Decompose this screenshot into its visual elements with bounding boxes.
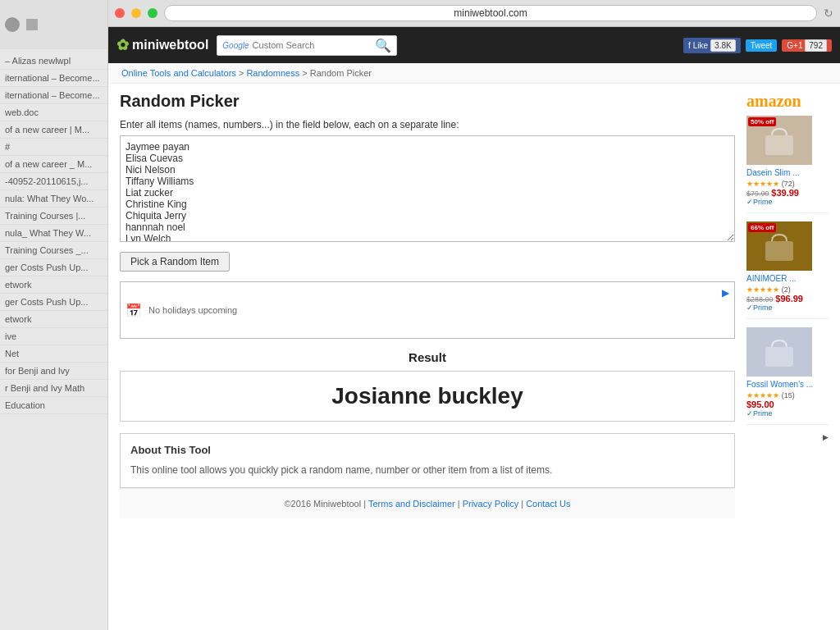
minimize-btn[interactable] — [131, 8, 141, 18]
gplus-count: 792 — [805, 39, 827, 52]
product-image: 66% off — [746, 221, 812, 271]
sidebar-item[interactable]: Training Courses _... — [0, 242, 107, 259]
amazon-sidebar: amazon 50% off Dasein Slim ...★★★★★ (72)… — [746, 92, 829, 622]
names-input[interactable]: Jaymee payan Elisa Cuevas Nici Nelson Ti… — [120, 135, 735, 242]
amazon-products: 50% off Dasein Slim ...★★★★★ (72)$79.99 … — [746, 116, 829, 425]
product-image — [746, 327, 812, 377]
sidebar-item[interactable]: Net — [0, 345, 107, 363]
breadcrumb-sep2: > — [302, 68, 309, 78]
sidebar-item[interactable]: iternational – Become... — [0, 87, 107, 104]
breadcrumb-current: Random Picker — [310, 68, 372, 78]
breadcrumb-link-tools[interactable]: Online Tools and Calculators — [121, 68, 236, 78]
breadcrumb-link-randomness[interactable]: Randomness — [246, 68, 299, 78]
logo-icon: ✿ — [116, 36, 129, 54]
prime-badge: ✓Prime — [746, 304, 829, 312]
calendar-icon: 📅 — [126, 303, 142, 318]
privacy-link[interactable]: Privacy Policy — [463, 499, 518, 509]
product-price: $95.00 — [746, 399, 829, 409]
product-name[interactable]: Fossil Women's ... — [746, 380, 829, 389]
sidebar-item[interactable]: of a new career | M... — [0, 121, 107, 139]
address-bar[interactable]: miniwebtool.com — [164, 5, 817, 21]
terms-link[interactable]: Terms and Disclaimer — [368, 499, 455, 509]
social-buttons: f Like 3.8K Tweet G+1 792 — [683, 38, 832, 53]
fb-label: Like — [693, 41, 708, 50]
close-btn[interactable] — [115, 8, 125, 18]
maximize-btn[interactable] — [148, 8, 158, 18]
facebook-like-button[interactable]: f Like 3.8K — [683, 38, 741, 53]
ad-arrow-icon[interactable]: ▶ — [722, 287, 729, 299]
amazon-product-card[interactable]: Fossil Women's ...★★★★★ (15)$95.00✓Prime — [746, 327, 829, 425]
sidebar-item[interactable]: Education — [0, 397, 107, 414]
sidebar-item[interactable]: r Benji and Ivy Math — [0, 380, 107, 397]
sidebar-item[interactable]: etwork — [0, 311, 107, 328]
product-price: $288.00 $96.99 — [746, 294, 829, 304]
result-label: Result — [120, 350, 735, 364]
sidebar-item[interactable]: # — [0, 139, 107, 156]
product-image: 50% off — [746, 116, 812, 165]
search-input[interactable] — [253, 40, 376, 50]
amazon-ad-indicator: ▶ — [746, 433, 829, 441]
breadcrumb: Online Tools and Calculators > Randomnes… — [108, 63, 840, 84]
sidebar-item[interactable]: nula_ What They W... — [0, 225, 107, 242]
amazon-logo: amazon — [746, 92, 829, 111]
fb-icon: f — [688, 41, 691, 50]
result-value: Josianne buckley — [331, 383, 523, 409]
footer: ©2016 Miniwebtool | Terms and Disclaimer… — [120, 488, 735, 518]
discount-badge: 66% off — [748, 223, 776, 232]
copyright: ©2016 Miniwebtool — [284, 499, 361, 509]
sidebar-item[interactable]: – Alizas newlwpl — [0, 52, 107, 70]
tweet-label: Tweet — [751, 41, 773, 50]
sidebar-item[interactable]: of a new career _ M... — [0, 156, 107, 173]
sidebar-item[interactable]: Training Courses |... — [0, 208, 107, 225]
search-icon[interactable]: 🔍 — [375, 38, 391, 53]
sidebar-item[interactable]: nula: What They Wo... — [0, 190, 107, 208]
sidebar-item[interactable]: for Benji and Ivy — [0, 363, 107, 380]
prime-badge: ✓Prime — [746, 198, 829, 206]
gplus-label: G+1 — [787, 41, 802, 50]
product-name[interactable]: AINIMOER ... — [746, 274, 829, 283]
about-section: About This Tool This online tool allows … — [120, 433, 735, 488]
logo-text: miniwebtool — [132, 38, 208, 52]
product-stars: ★★★★★ (15) — [746, 390, 829, 399]
product-price: $79.99 $39.99 — [746, 188, 829, 198]
sidebar-item[interactable]: etwork — [0, 276, 107, 294]
pick-random-button[interactable]: Pick a Random Item — [120, 252, 230, 272]
svg-rect-2 — [765, 347, 793, 367]
refresh-icon[interactable]: ↻ — [824, 7, 833, 20]
fb-count: 3.8K — [710, 39, 736, 52]
sidebar-item[interactable]: iternational – Become... — [0, 70, 107, 87]
breadcrumb-sep1: > — [239, 68, 246, 78]
ad-calendar-banner: 📅 No holidays upcoming ▶ — [120, 281, 735, 339]
prime-badge: ✓Prime — [746, 409, 829, 418]
svg-rect-0 — [765, 135, 793, 155]
gplus-button[interactable]: G+1 792 — [782, 39, 832, 52]
calendar-text: No holidays upcoming — [148, 305, 237, 315]
sidebar-item[interactable]: ger Costs Push Up... — [0, 259, 107, 276]
amazon-product-card[interactable]: 66% off AINIMOER ...★★★★★ (2)$288.00 $96… — [746, 221, 829, 319]
page-title: Random Picker — [120, 92, 735, 111]
svg-rect-1 — [765, 241, 793, 261]
product-name[interactable]: Dasein Slim ... — [746, 168, 829, 177]
product-stars: ★★★★★ (72) — [746, 179, 829, 188]
google-label: Google — [222, 41, 249, 50]
discount-badge: 50% off — [748, 117, 776, 126]
site-logo: ✿ miniwebtool — [116, 36, 208, 54]
product-stars: ★★★★★ (2) — [746, 285, 829, 294]
result-section: Result Josianne buckley — [120, 350, 735, 422]
sidebar-item[interactable]: ger Costs Push Up... — [0, 294, 107, 311]
contact-link[interactable]: Contact Us — [526, 499, 570, 509]
input-label: Enter all items (names, numbers...) in t… — [120, 119, 735, 130]
about-text: This online tool allows you quickly pick… — [130, 463, 724, 477]
sidebar-item[interactable]: ive — [0, 328, 107, 345]
search-box[interactable]: Google 🔍 — [217, 35, 397, 56]
result-box: Josianne buckley — [120, 371, 735, 422]
tweet-button[interactable]: Tweet — [746, 39, 778, 52]
sidebar-item[interactable]: -40952-20110615,j... — [0, 173, 107, 190]
sidebar-item[interactable]: web.doc — [0, 104, 107, 121]
about-title: About This Tool — [130, 444, 724, 456]
amazon-product-card[interactable]: 50% off Dasein Slim ...★★★★★ (72)$79.99 … — [746, 116, 829, 213]
